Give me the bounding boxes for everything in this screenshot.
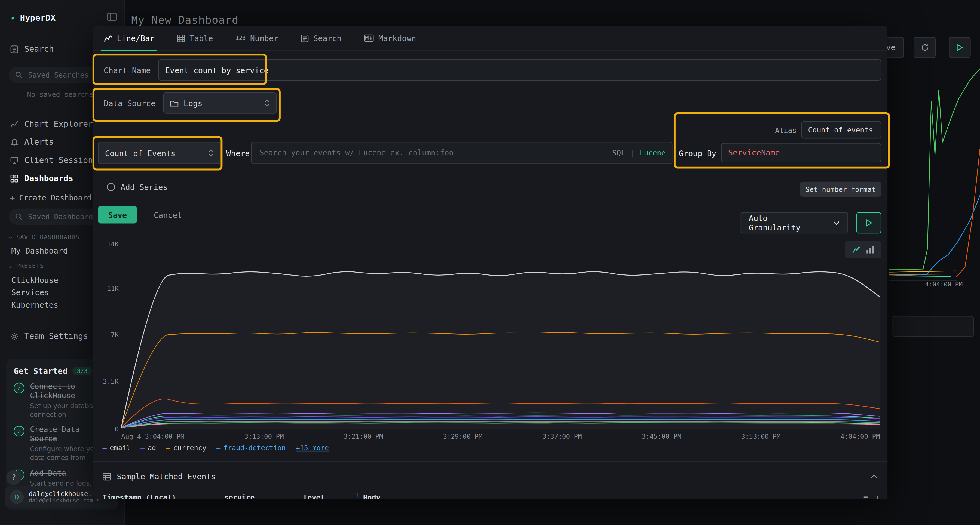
screen: ✦ HyperDX Search No saved searches Chart…	[0, 0, 980, 525]
check-circle-icon: ✓	[14, 383, 24, 393]
play-icon	[956, 44, 963, 51]
line-chart-icon	[852, 246, 861, 254]
group-by-label: Group By	[679, 149, 716, 158]
filter-icon[interactable]: ≡	[864, 493, 868, 500]
editor-tabs: Line/Bar Table 123 Number Search	[92, 26, 888, 51]
dashboards-grid-icon	[10, 174, 19, 182]
sql-mode-toggle[interactable]: SQL	[612, 149, 625, 157]
aggregation-select[interactable]: Count of Events	[98, 142, 221, 164]
cancel-button[interactable]: Cancel	[146, 206, 189, 223]
set-number-format-button[interactable]: Set number format	[800, 182, 881, 197]
tab-label: Markdown	[379, 33, 416, 43]
brand-name: HyperDX	[20, 13, 56, 22]
tab-number[interactable]: 123 Number	[235, 26, 278, 50]
legend-label: currency	[173, 444, 207, 452]
event-count-chart[interactable]	[121, 243, 880, 429]
search-icon	[15, 71, 22, 79]
tab-markdown[interactable]: Markdown	[364, 26, 416, 50]
markdown-icon	[364, 34, 374, 42]
legend-item-ad[interactable]: — ad	[140, 444, 156, 452]
x-tick: 3:53:00 PM	[741, 433, 780, 440]
sidebar-collapse-icon[interactable]	[107, 13, 117, 21]
plus-circle-icon	[106, 182, 115, 192]
download-icon[interactable]: ↓	[875, 493, 880, 500]
tab-search[interactable]: Search	[301, 26, 342, 50]
x-tick: 3:37:00 PM	[542, 433, 582, 440]
tab-label: Number	[250, 33, 278, 43]
where-search-box: SQL | Lucene	[251, 142, 672, 164]
sample-events-label: Sample Matched Events	[117, 472, 216, 481]
legend-item-currency[interactable]: — currency	[166, 444, 206, 452]
chevron-down-icon: ⌄	[9, 233, 13, 240]
chevron-up-icon[interactable]	[870, 474, 877, 479]
table-icon	[177, 34, 185, 42]
number-123-icon: 123	[235, 35, 245, 41]
alias-input[interactable]	[801, 121, 881, 138]
mode-separator: |	[630, 149, 635, 157]
page-title: My New Dashboard	[131, 14, 239, 26]
monitor-icon	[10, 156, 19, 165]
refresh-icon	[920, 43, 929, 52]
aggregation-value: Count of Events	[105, 148, 176, 157]
chevron-down-icon	[833, 220, 840, 225]
live-play-button[interactable]	[949, 37, 970, 58]
alias-label: Alias	[775, 126, 797, 135]
play-icon	[865, 219, 872, 227]
help-button[interactable]: ?	[6, 470, 21, 485]
sidebar-item-label: Dashboards	[24, 174, 73, 183]
background-chart	[889, 61, 980, 284]
column-header-body[interactable]: Body	[358, 493, 864, 500]
legend-label: fraud-detection	[224, 444, 286, 452]
x-tick: 4:04:00 PM	[840, 433, 880, 440]
where-input[interactable]	[258, 148, 607, 158]
legend-swatch: —	[103, 444, 107, 452]
sample-matched-events-header[interactable]: Sample Matched Events	[103, 468, 878, 484]
x-tick: 3:13:00 PM	[244, 433, 284, 440]
column-header-timestamp[interactable]: Timestamp (Local)	[103, 493, 219, 500]
refresh-button[interactable]	[914, 37, 935, 58]
legend-more-link[interactable]: +15 more	[296, 444, 329, 452]
create-dashboard-label: Create Dashboard	[19, 194, 91, 202]
data-source-value: Logs	[184, 98, 202, 108]
where-label: Where	[226, 149, 250, 158]
background-input-bar[interactable]	[892, 316, 974, 337]
x-tick: Aug 4 3:04:00 PM	[121, 433, 184, 440]
granularity-value: Auto Granularity	[749, 214, 821, 232]
get-started-title: Get Started	[14, 366, 68, 376]
y-tick: 14K	[92, 241, 119, 248]
bell-icon	[10, 138, 19, 146]
bar-chart-icon	[866, 246, 874, 254]
legend-swatch: —	[140, 444, 145, 452]
chart-explorer-icon	[10, 119, 19, 128]
add-series-button[interactable]: Add Series	[106, 182, 168, 192]
check-circle-icon: ✓	[14, 426, 24, 436]
group-by-input[interactable]	[721, 143, 881, 162]
background-axis-time: 4:04:00 PM	[925, 281, 963, 288]
legend-label: email	[110, 444, 130, 452]
save-button[interactable]: Save	[98, 206, 137, 223]
x-tick: 3:29:00 PM	[443, 433, 482, 440]
tab-table[interactable]: Table	[177, 26, 213, 50]
lucene-mode-toggle[interactable]: Lucene	[640, 149, 666, 157]
data-source-select[interactable]: Logs	[163, 92, 277, 114]
x-tick: 3:45:00 PM	[642, 433, 681, 440]
data-source-label: Data Source	[104, 98, 156, 108]
select-chevrons-icon	[208, 149, 214, 157]
run-query-button[interactable]	[856, 212, 881, 233]
data-source-row: Data Source Logs	[104, 92, 277, 114]
granularity-select[interactable]: Auto Granularity	[741, 212, 848, 233]
column-header-level[interactable]: level	[298, 493, 358, 500]
sidebar-item-label: Chart Explorer	[24, 119, 93, 128]
chart-legend: — email — ad — currency — fraud-detectio…	[103, 444, 329, 452]
legend-item-email[interactable]: — email	[103, 444, 130, 452]
column-header-service[interactable]: service	[219, 493, 298, 500]
y-tick: 11K	[92, 284, 119, 292]
y-tick: 7K	[92, 331, 119, 338]
x-tick: 3:21:00 PM	[344, 433, 383, 440]
tab-line-bar[interactable]: Line/Bar	[104, 26, 154, 50]
legend-item-fraud-detection[interactable]: — fraud-detection	[216, 444, 286, 452]
chart-type-toggle[interactable]	[845, 241, 881, 259]
plus-icon: +	[10, 193, 15, 202]
tab-label: Table	[189, 33, 213, 43]
chart-name-input[interactable]	[158, 59, 881, 81]
